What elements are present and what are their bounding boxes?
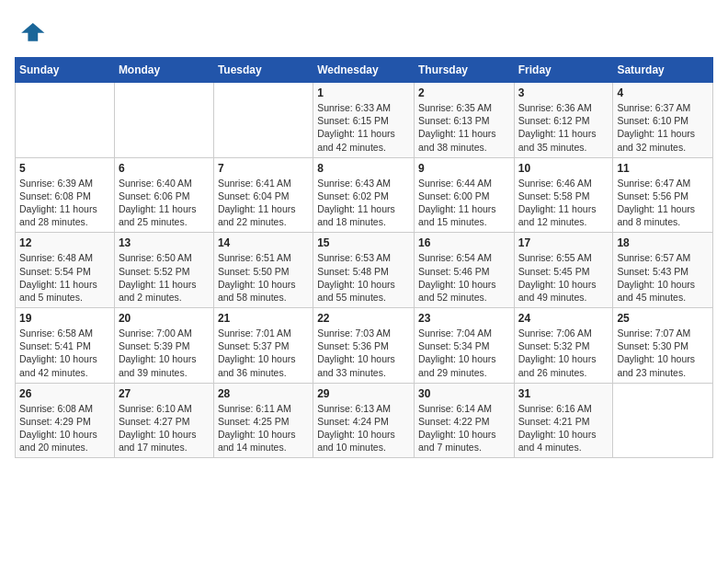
calendar-cell: 30Sunrise: 6:14 AM Sunset: 4:22 PM Dayli… [414,383,514,458]
weekday-header-sunday: Sunday [16,58,115,83]
calendar-week-5: 26Sunrise: 6:08 AM Sunset: 4:29 PM Dayli… [16,383,713,458]
day-number: 6 [119,162,210,175]
day-number: 8 [317,162,410,175]
day-number: 16 [418,236,510,249]
day-number: 2 [418,86,510,99]
day-content: Sunrise: 6:58 AM Sunset: 5:41 PM Dayligh… [19,327,110,379]
day-content: Sunrise: 7:07 AM Sunset: 5:30 PM Dayligh… [617,327,709,379]
day-number: 28 [218,387,309,400]
day-number: 25 [617,312,709,325]
day-number: 17 [518,236,609,249]
calendar-cell: 14Sunrise: 6:51 AM Sunset: 5:50 PM Dayli… [213,233,313,308]
day-number: 22 [317,312,410,325]
day-content: Sunrise: 6:39 AM Sunset: 6:08 PM Dayligh… [19,177,110,229]
calendar-cell: 9Sunrise: 6:44 AM Sunset: 6:00 PM Daylig… [414,157,514,233]
day-number: 1 [317,86,410,99]
calendar-cell: 23Sunrise: 7:04 AM Sunset: 5:34 PM Dayli… [414,308,514,384]
calendar-cell: 31Sunrise: 6:16 AM Sunset: 4:21 PM Dayli… [514,383,613,458]
calendar-cell: 7Sunrise: 6:41 AM Sunset: 6:04 PM Daylig… [213,157,313,233]
day-number: 4 [617,86,709,99]
day-content: Sunrise: 6:51 AM Sunset: 5:50 PM Dayligh… [218,251,309,304]
day-content: Sunrise: 6:10 AM Sunset: 4:27 PM Dayligh… [119,402,210,454]
calendar-cell: 24Sunrise: 7:06 AM Sunset: 5:32 PM Dayli… [514,308,613,384]
day-number: 21 [218,312,309,325]
day-content: Sunrise: 7:03 AM Sunset: 5:36 PM Dayligh… [317,327,410,379]
calendar-cell: 4Sunrise: 6:37 AM Sunset: 6:10 PM Daylig… [613,83,713,158]
day-content: Sunrise: 6:55 AM Sunset: 5:45 PM Dayligh… [518,251,609,304]
calendar-cell: 13Sunrise: 6:50 AM Sunset: 5:52 PM Dayli… [114,233,213,308]
calendar-week-2: 5Sunrise: 6:39 AM Sunset: 6:08 PM Daylig… [16,157,713,233]
page-header [15,15,713,48]
calendar-cell: 6Sunrise: 6:40 AM Sunset: 6:06 PM Daylig… [114,157,213,233]
day-number: 3 [518,86,609,99]
calendar-cell [114,83,213,158]
day-content: Sunrise: 6:48 AM Sunset: 5:54 PM Dayligh… [19,251,110,304]
day-number: 30 [418,387,510,400]
calendar-table: SundayMondayTuesdayWednesdayThursdayFrid… [15,57,713,458]
day-number: 5 [19,162,110,175]
day-number: 23 [418,312,510,325]
calendar-cell: 11Sunrise: 6:47 AM Sunset: 5:56 PM Dayli… [613,157,713,233]
calendar-cell: 12Sunrise: 6:48 AM Sunset: 5:54 PM Dayli… [16,233,115,308]
weekday-header-row: SundayMondayTuesdayWednesdayThursdayFrid… [16,58,713,83]
day-number: 31 [518,387,609,400]
calendar-cell: 26Sunrise: 6:08 AM Sunset: 4:29 PM Dayli… [16,383,115,458]
day-content: Sunrise: 6:08 AM Sunset: 4:29 PM Dayligh… [19,402,110,454]
calendar-cell: 20Sunrise: 7:00 AM Sunset: 5:39 PM Dayli… [114,308,213,384]
day-content: Sunrise: 7:00 AM Sunset: 5:39 PM Dayligh… [119,327,210,379]
day-content: Sunrise: 6:40 AM Sunset: 6:06 PM Dayligh… [119,177,210,229]
day-content: Sunrise: 6:46 AM Sunset: 5:58 PM Dayligh… [518,177,609,229]
calendar-cell: 2Sunrise: 6:35 AM Sunset: 6:13 PM Daylig… [414,83,514,158]
day-number: 18 [617,236,709,249]
calendar-cell [213,83,313,158]
day-number: 7 [218,162,309,175]
day-content: Sunrise: 7:06 AM Sunset: 5:32 PM Dayligh… [518,327,609,379]
calendar-cell: 22Sunrise: 7:03 AM Sunset: 5:36 PM Dayli… [313,308,415,384]
calendar-week-1: 1Sunrise: 6:33 AM Sunset: 6:15 PM Daylig… [16,83,713,158]
day-content: Sunrise: 6:54 AM Sunset: 5:46 PM Dayligh… [418,251,510,304]
calendar-cell: 18Sunrise: 6:57 AM Sunset: 5:43 PM Dayli… [613,233,713,308]
day-number: 26 [19,387,110,400]
day-content: Sunrise: 6:36 AM Sunset: 6:12 PM Dayligh… [518,101,609,154]
day-content: Sunrise: 6:35 AM Sunset: 6:13 PM Dayligh… [418,101,510,154]
day-content: Sunrise: 6:37 AM Sunset: 6:10 PM Dayligh… [617,101,709,154]
calendar-cell: 1Sunrise: 6:33 AM Sunset: 6:15 PM Daylig… [313,83,415,158]
calendar-cell: 16Sunrise: 6:54 AM Sunset: 5:46 PM Dayli… [414,233,514,308]
day-content: Sunrise: 6:14 AM Sunset: 4:22 PM Dayligh… [418,402,510,454]
day-content: Sunrise: 7:04 AM Sunset: 5:34 PM Dayligh… [418,327,510,379]
day-content: Sunrise: 6:13 AM Sunset: 4:24 PM Dayligh… [317,402,410,454]
day-number: 19 [19,312,110,325]
logo [15,15,51,48]
day-content: Sunrise: 6:41 AM Sunset: 6:04 PM Dayligh… [218,177,309,229]
logo-icon [15,15,48,48]
calendar-cell: 5Sunrise: 6:39 AM Sunset: 6:08 PM Daylig… [16,157,115,233]
day-number: 9 [418,162,510,175]
calendar-cell: 8Sunrise: 6:43 AM Sunset: 6:02 PM Daylig… [313,157,415,233]
weekday-header-tuesday: Tuesday [213,58,313,83]
calendar-cell: 3Sunrise: 6:36 AM Sunset: 6:12 PM Daylig… [514,83,613,158]
weekday-header-saturday: Saturday [613,58,713,83]
day-content: Sunrise: 6:57 AM Sunset: 5:43 PM Dayligh… [617,251,709,304]
day-content: Sunrise: 6:44 AM Sunset: 6:00 PM Dayligh… [418,177,510,229]
day-number: 24 [518,312,609,325]
calendar-cell: 29Sunrise: 6:13 AM Sunset: 4:24 PM Dayli… [313,383,415,458]
day-content: Sunrise: 6:50 AM Sunset: 5:52 PM Dayligh… [119,251,210,304]
calendar-header: SundayMondayTuesdayWednesdayThursdayFrid… [16,58,713,83]
day-content: Sunrise: 6:47 AM Sunset: 5:56 PM Dayligh… [617,177,709,229]
calendar-cell: 28Sunrise: 6:11 AM Sunset: 4:25 PM Dayli… [213,383,313,458]
calendar-cell: 27Sunrise: 6:10 AM Sunset: 4:27 PM Dayli… [114,383,213,458]
day-number: 12 [19,236,110,249]
calendar-week-3: 12Sunrise: 6:48 AM Sunset: 5:54 PM Dayli… [16,233,713,308]
day-number: 29 [317,387,410,400]
weekday-header-monday: Monday [114,58,213,83]
day-content: Sunrise: 6:43 AM Sunset: 6:02 PM Dayligh… [317,177,410,229]
day-number: 10 [518,162,609,175]
calendar-cell: 21Sunrise: 7:01 AM Sunset: 5:37 PM Dayli… [213,308,313,384]
calendar-cell: 15Sunrise: 6:53 AM Sunset: 5:48 PM Dayli… [313,233,415,308]
calendar-cell: 19Sunrise: 6:58 AM Sunset: 5:41 PM Dayli… [16,308,115,384]
weekday-header-thursday: Thursday [414,58,514,83]
day-content: Sunrise: 6:11 AM Sunset: 4:25 PM Dayligh… [218,402,309,454]
calendar-cell: 25Sunrise: 7:07 AM Sunset: 5:30 PM Dayli… [613,308,713,384]
weekday-header-friday: Friday [514,58,613,83]
day-number: 11 [617,162,709,175]
